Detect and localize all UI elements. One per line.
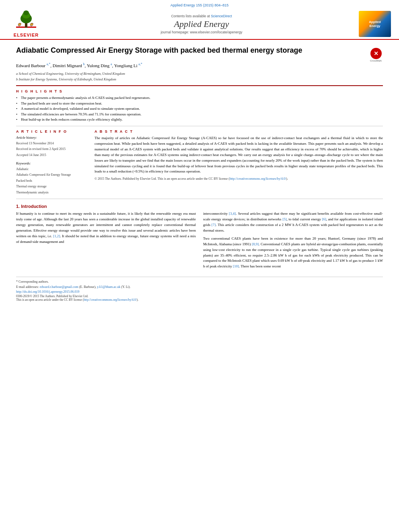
elsevier-tree-icon: 🦁 🦁 [14,10,38,33]
page: Applied Energy 155 (2015) 804–815 🦁 [0,0,399,532]
copyright-end: ). [286,177,288,181]
accepted: Accepted 14 June 2015 [16,152,88,158]
open-access-line: This is an open access article under the… [16,298,383,302]
journal-header: Applied Energy 155 (2015) 804–815 🦁 [0,0,399,40]
crossmark-label: CrossMark [370,60,382,62]
keyword-2: Adiabatic Compressed Air Energy Storage [16,172,88,178]
highlights-list: The paper presents a thermodynamic analy… [16,95,383,123]
header-content: 🦁 🦁 ELSEVIER Contents lists available at… [8,9,391,39]
svg-point-4 [23,10,29,15]
keywords-title: Keywords: [16,161,88,165]
highlight-item-1: The paper presents a thermodynamic analy… [16,95,383,101]
doi-link[interactable]: http://dx.doi.org/10.1016/j.apenergy.201… [16,290,79,294]
affiliations: a School of Chemical Engineering, Univer… [16,71,383,82]
author-yongliang: Yongliang Li a,* [114,63,142,68]
elsevier-logo: 🦁 🦁 ELSEVIER [8,10,44,37]
journal-title: Applied Energy [44,19,359,29]
corresponding-label: * Corresponding authors. [16,280,49,283]
article-dates: Received 13 November 2014 Received in re… [16,141,88,158]
received-1: Received 13 November 2014 [16,141,88,146]
ref-5[interactable]: [5] [282,217,287,221]
abstract-text: The majority of articles on Adiabatic Co… [95,136,383,182]
badge-text: AppliedEnergy [369,20,380,28]
received-2: Received in revised form 2 April 2015 [16,146,88,152]
contents-line: Contents lists available at ScienceDirec… [44,14,359,18]
applied-energy-badge: AppliedEnergy [359,11,391,37]
ref-10[interactable]: [10] [233,264,239,268]
highlight-item-4: The simulated efficiencies are between 7… [16,112,383,117]
section-divider-2 [16,199,383,199]
email2-name: (Y. Li). [121,285,130,289]
ref-6[interactable]: [6] [322,217,326,221]
corresponding-note: * Corresponding authors. [16,279,383,285]
section-introduction: 1. Introduction If humanity is to contin… [16,204,383,272]
open-access-text: This is an open access article under the… [16,298,84,302]
keyword-5: Thermodynamic analysis [16,190,88,195]
email2-link[interactable]: y.li1@bham.ac.uk [97,285,120,289]
article-history-label: Article history: [16,136,88,140]
thick-divider [16,85,383,86]
highlights-section: H I G H L I G H T S The paper presents a… [16,89,383,123]
noted-text: noted [80,234,88,238]
ref-7[interactable]: [7] [212,223,216,227]
body-col-right: interconnectivity [3,4]. Several article… [203,211,383,272]
journal-center: Contents lists available at ScienceDirec… [44,14,359,34]
keyword-4: Thermal energy storage [16,184,88,189]
author-dimitri: Dimitri Mignard b, [53,63,87,68]
footer-cc-end: ). [137,298,138,302]
svg-text:🦁: 🦁 [17,23,22,27]
section1-title: 1. Introduction [16,204,383,209]
section-divider-1 [16,126,383,126]
affiliation-b: b Institute for Energy Systems, Universi… [16,77,383,82]
journal-homepage: journal homepage: www.elsevier.com/locat… [44,30,359,34]
ref-1-2[interactable]: [1,2] [53,234,60,238]
article-info-title: A R T I C L E I N F O [16,129,88,134]
ref-8-9[interactable]: [8,9] [252,242,259,246]
svg-text:🦁: 🦁 [29,23,34,27]
abstract-body: The majority of articles on Adiabatic Co… [95,136,383,174]
highlight-item-3: A numerical model is developed, validate… [16,106,383,112]
keywords-section: Keywords: Adiabatic Adiabatic Compressed… [16,161,88,195]
highlight-item-5: Heat build-up in the beds reduces contin… [16,117,383,123]
sciencedirect-link[interactable]: ScienceDirect [211,14,232,18]
crossmark-circle: ✕ [370,48,382,59]
issn-line: 0306-2619/© 2015 The Authors. Published … [16,294,383,298]
journal-ref: Applied Energy 155 (2015) 804–815 [8,3,391,7]
keyword-3: Packed beds [16,178,88,184]
authors-line: Edward Barbour a,*, Dimitri Mignard b, Y… [16,62,383,69]
and-text: and [59,240,64,244]
copyright-line: © 2015 The Authors. Published by Elsevie… [95,177,383,181]
body-para-3: Two conventional CAES plants have been i… [203,236,383,270]
ref-3-4[interactable]: [3,4] [229,212,236,216]
email1-name: (E. Barbour), [79,285,96,289]
body-para-2: interconnectivity [3,4]. Several article… [203,211,383,234]
doi-line: http://dx.doi.org/10.1016/j.apenergy.201… [16,290,383,294]
highlights-title: H I G H L I G H T S [16,89,383,93]
elsevier-text: ELSEVIER [14,33,39,37]
body-para-1: If humanity is to continue to meet its e… [16,211,196,245]
main-content: Adiabatic Compressed Air Energy Storage … [0,40,399,306]
cc-link[interactable]: http://creativecommons.org/licenses/by/4… [230,177,286,181]
abstract-title: A B S T R A C T [95,129,383,134]
col-article-info: A R T I C L E I N F O Article history: R… [16,129,88,195]
email-label: E-mail addresses: [16,285,39,289]
crossmark-icon: ✕ [374,50,378,57]
footer-section: * Corresponding authors. E-mail addresse… [16,277,383,302]
contents-text: Contents lists available at [171,14,210,18]
email-note: E-mail addresses: edward.r.barbour@gmail… [16,285,383,290]
copyright-text: © 2015 The Authors. Published by Elsevie… [95,177,230,181]
highlight-item-2: The packed beds are used to store the co… [16,101,383,107]
keywords-list: Adiabatic Adiabatic Compressed Air Energ… [16,166,88,195]
footer-cc-link[interactable]: http://creativecommons.org/licenses/by/4… [84,298,137,302]
title-row: Adiabatic Compressed Air Energy Storage … [16,46,383,62]
crossmark[interactable]: ✕ CrossMark [369,48,383,62]
body-col-left: If humanity is to continue to meet its e… [16,211,196,272]
email1-link[interactable]: edward.r.barbour@gmail.com [40,285,78,289]
author-edward: Edward Barbour a,*, [16,63,53,68]
affiliation-a: a School of Chemical Engineering, Univer… [16,71,383,77]
author-yulong: Yulong Ding a, [87,63,114,68]
article-info-abstract-row: A R T I C L E I N F O Article history: R… [16,129,383,195]
keyword-1: Adiabatic [16,166,88,172]
col-abstract: A B S T R A C T The majority of articles… [95,129,383,195]
body-two-col: If humanity is to continue to meet its e… [16,211,383,272]
